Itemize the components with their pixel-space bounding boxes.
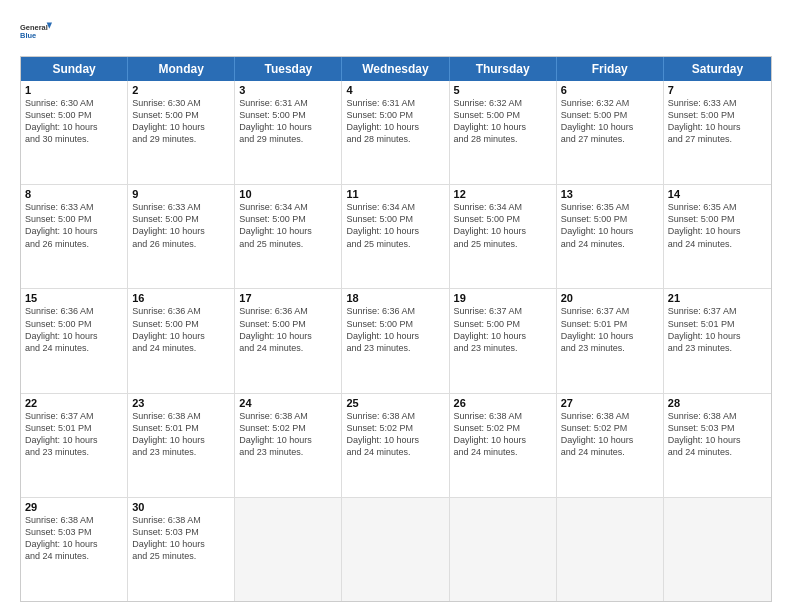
day-14: 14Sunrise: 6:35 AMSunset: 5:00 PMDayligh… xyxy=(664,185,771,288)
day-2: 2Sunrise: 6:30 AMSunset: 5:00 PMDaylight… xyxy=(128,81,235,184)
day-28: 28Sunrise: 6:38 AMSunset: 5:03 PMDayligh… xyxy=(664,394,771,497)
header: General Blue xyxy=(20,16,772,48)
day-30: 30Sunrise: 6:38 AMSunset: 5:03 PMDayligh… xyxy=(128,498,235,601)
day-12: 12Sunrise: 6:34 AMSunset: 5:00 PMDayligh… xyxy=(450,185,557,288)
day-21: 21Sunrise: 6:37 AMSunset: 5:01 PMDayligh… xyxy=(664,289,771,392)
header-wednesday: Wednesday xyxy=(342,57,449,81)
calendar-body: 1Sunrise: 6:30 AMSunset: 5:00 PMDaylight… xyxy=(21,81,771,601)
calendar: Sunday Monday Tuesday Wednesday Thursday… xyxy=(20,56,772,602)
day-5: 5Sunrise: 6:32 AMSunset: 5:00 PMDaylight… xyxy=(450,81,557,184)
week-row-3: 22Sunrise: 6:37 AMSunset: 5:01 PMDayligh… xyxy=(21,394,771,498)
day-4: 4Sunrise: 6:31 AMSunset: 5:00 PMDaylight… xyxy=(342,81,449,184)
day-26: 26Sunrise: 6:38 AMSunset: 5:02 PMDayligh… xyxy=(450,394,557,497)
header-tuesday: Tuesday xyxy=(235,57,342,81)
day-7: 7Sunrise: 6:33 AMSunset: 5:00 PMDaylight… xyxy=(664,81,771,184)
day-10: 10Sunrise: 6:34 AMSunset: 5:00 PMDayligh… xyxy=(235,185,342,288)
day-18: 18Sunrise: 6:36 AMSunset: 5:00 PMDayligh… xyxy=(342,289,449,392)
day-16: 16Sunrise: 6:36 AMSunset: 5:00 PMDayligh… xyxy=(128,289,235,392)
page: General Blue Sunday Monday Tuesday Wedne… xyxy=(0,0,792,612)
day-15: 15Sunrise: 6:36 AMSunset: 5:00 PMDayligh… xyxy=(21,289,128,392)
week-row-4: 29Sunrise: 6:38 AMSunset: 5:03 PMDayligh… xyxy=(21,498,771,601)
day-19: 19Sunrise: 6:37 AMSunset: 5:00 PMDayligh… xyxy=(450,289,557,392)
header-sunday: Sunday xyxy=(21,57,128,81)
header-thursday: Thursday xyxy=(450,57,557,81)
header-monday: Monday xyxy=(128,57,235,81)
logo-svg: General Blue xyxy=(20,16,52,48)
day-25: 25Sunrise: 6:38 AMSunset: 5:02 PMDayligh… xyxy=(342,394,449,497)
day-22: 22Sunrise: 6:37 AMSunset: 5:01 PMDayligh… xyxy=(21,394,128,497)
calendar-header: Sunday Monday Tuesday Wednesday Thursday… xyxy=(21,57,771,81)
day-3: 3Sunrise: 6:31 AMSunset: 5:00 PMDaylight… xyxy=(235,81,342,184)
day-24: 24Sunrise: 6:38 AMSunset: 5:02 PMDayligh… xyxy=(235,394,342,497)
header-saturday: Saturday xyxy=(664,57,771,81)
day-20: 20Sunrise: 6:37 AMSunset: 5:01 PMDayligh… xyxy=(557,289,664,392)
day-11: 11Sunrise: 6:34 AMSunset: 5:00 PMDayligh… xyxy=(342,185,449,288)
day-9: 9Sunrise: 6:33 AMSunset: 5:00 PMDaylight… xyxy=(128,185,235,288)
svg-text:General: General xyxy=(20,23,48,32)
day-8: 8Sunrise: 6:33 AMSunset: 5:00 PMDaylight… xyxy=(21,185,128,288)
empty-cell xyxy=(235,498,342,601)
day-1: 1Sunrise: 6:30 AMSunset: 5:00 PMDaylight… xyxy=(21,81,128,184)
empty-cell xyxy=(557,498,664,601)
day-13: 13Sunrise: 6:35 AMSunset: 5:00 PMDayligh… xyxy=(557,185,664,288)
week-row-2: 15Sunrise: 6:36 AMSunset: 5:00 PMDayligh… xyxy=(21,289,771,393)
svg-text:Blue: Blue xyxy=(20,31,36,40)
day-23: 23Sunrise: 6:38 AMSunset: 5:01 PMDayligh… xyxy=(128,394,235,497)
empty-cell xyxy=(664,498,771,601)
week-row-1: 8Sunrise: 6:33 AMSunset: 5:00 PMDaylight… xyxy=(21,185,771,289)
day-29: 29Sunrise: 6:38 AMSunset: 5:03 PMDayligh… xyxy=(21,498,128,601)
day-17: 17Sunrise: 6:36 AMSunset: 5:00 PMDayligh… xyxy=(235,289,342,392)
week-row-0: 1Sunrise: 6:30 AMSunset: 5:00 PMDaylight… xyxy=(21,81,771,185)
header-friday: Friday xyxy=(557,57,664,81)
day-6: 6Sunrise: 6:32 AMSunset: 5:00 PMDaylight… xyxy=(557,81,664,184)
empty-cell xyxy=(342,498,449,601)
day-27: 27Sunrise: 6:38 AMSunset: 5:02 PMDayligh… xyxy=(557,394,664,497)
logo: General Blue xyxy=(20,16,52,48)
empty-cell xyxy=(450,498,557,601)
